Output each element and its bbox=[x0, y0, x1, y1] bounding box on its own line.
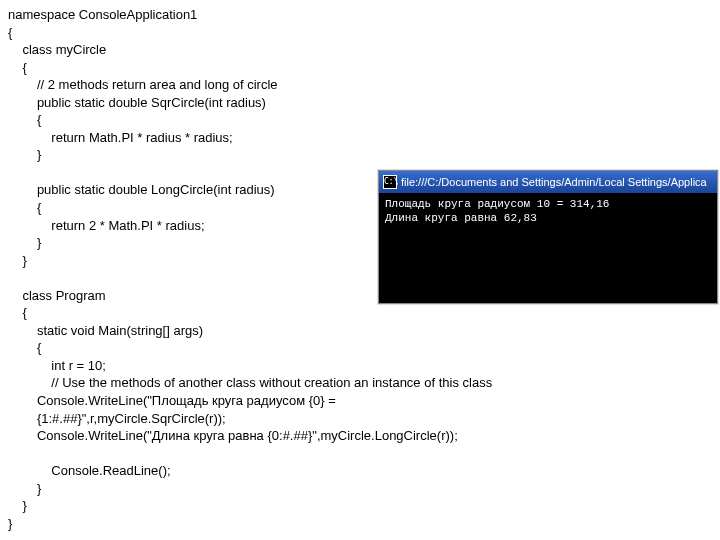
console-titlebar: C:\ file:///C:/Documents and Settings/Ad… bbox=[379, 171, 717, 193]
console-title: file:///C:/Documents and Settings/Admin/… bbox=[401, 175, 707, 190]
console-window: C:\ file:///C:/Documents and Settings/Ad… bbox=[378, 170, 718, 304]
console-output: Площадь круга радиусом 10 = 314,16 Длина… bbox=[379, 193, 717, 303]
console-icon: C:\ bbox=[383, 175, 397, 189]
